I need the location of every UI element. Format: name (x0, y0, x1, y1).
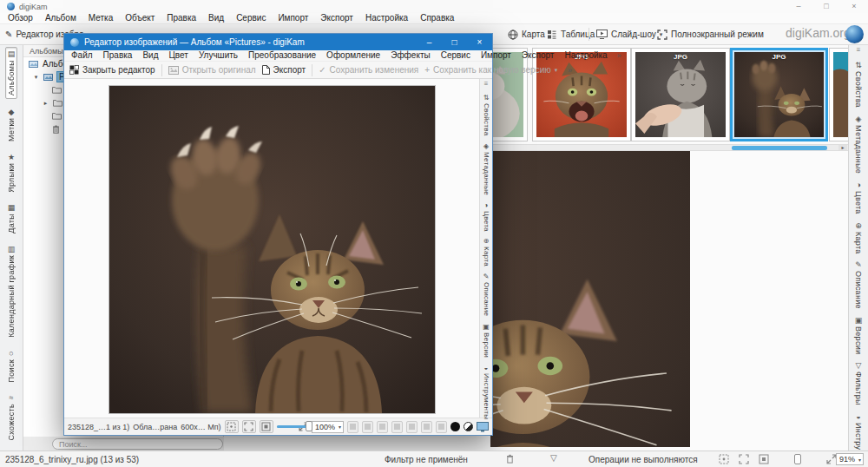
editor-tab-versions[interactable]: ▣Версии (483, 324, 490, 358)
right-tab-filters[interactable]: ▽Фильтры (854, 362, 863, 405)
history-button-4[interactable] (391, 421, 403, 433)
color-managed-view-button[interactable] (477, 422, 489, 432)
history-button-6[interactable] (421, 421, 432, 433)
underexposure-indicator-icon[interactable] (450, 422, 460, 431)
editor-menu-decorate[interactable]: Оформление (321, 50, 385, 61)
slideshow-button[interactable]: Слайд-шоу ▾ (596, 24, 662, 44)
menu-help[interactable]: Справка (414, 13, 460, 23)
table-view-button[interactable]: Таблица (547, 24, 595, 44)
editor-menu-tools[interactable]: Сервис (436, 50, 476, 61)
editor-tab-properties[interactable]: ⇅Свойства (483, 95, 490, 136)
menu-view[interactable]: Вид (202, 13, 230, 23)
thumbnail-cell-red-cat[interactable]: JPG (532, 48, 631, 141)
filter-funnel-icon[interactable]: ▽ (550, 453, 557, 463)
preview-image[interactable] (490, 151, 690, 447)
similarity-icon: ≈ (10, 394, 14, 402)
editor-zoom-dropdown[interactable]: 100% ▾ (312, 421, 344, 433)
scrollbar-thumb[interactable] (732, 146, 827, 150)
right-tab-caption[interactable]: ✎Описание (854, 261, 863, 309)
select-none-button[interactable] (225, 420, 239, 433)
expander-closed-icon[interactable]: ▸ (42, 100, 49, 107)
editor-menu-color[interactable]: Цвет (163, 50, 193, 61)
history-button-7[interactable] (436, 421, 447, 433)
close-button[interactable]: × (840, 0, 868, 13)
overexposure-indicator-icon[interactable] (464, 422, 473, 431)
editor-menu-effects[interactable]: Эффекты (385, 50, 435, 61)
save-new-version-button[interactable]: + Сохранить как новую версию ▾ (424, 65, 557, 75)
editor-menu-export[interactable]: Экспорт (516, 50, 560, 61)
close-button[interactable]: × (467, 34, 492, 50)
chevron-down-icon: ▾ (555, 67, 558, 74)
zoom-fit-select-icon[interactable] (719, 454, 729, 464)
sidebar-handle-icon[interactable]: ≡ (857, 47, 861, 54)
map-view-button[interactable]: Карта (508, 24, 545, 44)
menu-edit[interactable]: Правка (161, 13, 202, 23)
thumbnail-cell-selected-paw-cat[interactable]: JPG (730, 48, 828, 141)
menu-settings[interactable]: Настройка (359, 13, 414, 23)
zoom-slider-knob[interactable] (794, 454, 801, 464)
sidebar-tab-tags[interactable]: ◆Метки (6, 106, 16, 144)
history-button-2[interactable] (362, 421, 373, 433)
menu-album[interactable]: Альбом (39, 13, 82, 23)
editor-tab-tools[interactable]: ◒Инструменты (483, 365, 490, 419)
editor-zoom-slider[interactable] (277, 425, 295, 428)
sidebar-tab-similarity[interactable]: ≈Схожесть (6, 391, 16, 444)
editor-menu-edit[interactable]: Правка (98, 50, 138, 61)
editor-zoom-knob[interactable] (306, 421, 312, 431)
menu-export[interactable]: Экспорт (314, 13, 359, 23)
history-button-1[interactable] (347, 421, 358, 433)
zoom-100-icon[interactable] (759, 454, 769, 464)
menu-tools[interactable]: Сервис (230, 13, 272, 23)
history-button-5[interactable] (406, 421, 418, 433)
editor-menu-import[interactable]: Импорт (476, 50, 516, 61)
fit-selection-button[interactable] (260, 420, 273, 433)
editor-menu-file[interactable]: Файл (66, 50, 98, 61)
history-button-3[interactable] (377, 421, 388, 433)
minimize-button[interactable]: – (417, 34, 442, 50)
menu-browse[interactable]: Обзор (2, 13, 39, 23)
export-button[interactable]: Экспорт (262, 65, 306, 75)
sidebar-tab-dates[interactable]: ▦Даты (6, 201, 16, 236)
editor-tab-metadata[interactable]: ◈Метаданные (483, 143, 490, 195)
fit-window-icon[interactable] (739, 454, 749, 464)
maximize-button[interactable]: □ (812, 0, 840, 13)
editor-tab-colors[interactable]: ◑Цвета (483, 202, 490, 232)
maximize-button[interactable]: □ (442, 34, 467, 50)
editor-menu-settings[interactable]: Настройка (559, 50, 612, 61)
fit-window-button[interactable] (242, 420, 256, 433)
right-tab-versions[interactable]: ▣Версии (854, 317, 863, 354)
sidebar-handle-icon[interactable]: ≡ (484, 81, 489, 88)
sidebar-tab-labels[interactable]: ★Ярлыки (6, 151, 16, 195)
editor-tab-map[interactable]: ⊕Карта (483, 238, 490, 266)
editor-tab-caption[interactable]: ✎Описание (483, 273, 490, 316)
menu-tag[interactable]: Метка (82, 13, 119, 23)
menu-overflow-icon[interactable]: » (613, 50, 626, 61)
search-input[interactable] (52, 438, 223, 450)
editor-titlebar[interactable]: Редактор изображений — Альбом «Pictures»… (64, 34, 492, 50)
sidebar-tab-search[interactable]: ○Поиск (6, 347, 16, 385)
scroll-right-icon[interactable]: ▸ (838, 145, 847, 150)
editor-menu-view[interactable]: Вид (137, 50, 163, 61)
thumbnail-cell-gray-cat[interactable]: JPG (631, 48, 730, 141)
toolbar-overflow-icon[interactable]: » (563, 65, 576, 76)
save-changes-button[interactable]: ✓ Сохранить изменения (319, 65, 418, 75)
metadata-icon: ◈ (483, 143, 489, 150)
zoom-level-dropdown[interactable]: 91% ▾ (836, 453, 864, 465)
menu-import[interactable]: Импорт (272, 13, 314, 23)
open-original-button[interactable]: Открыть оригинал (168, 65, 256, 75)
editor-menu-transform[interactable]: Преобразование (243, 50, 321, 61)
trash-button[interactable] (506, 454, 514, 464)
editor-menu-enhance[interactable]: Улучшить (194, 50, 243, 61)
expander-open-icon[interactable]: ▾ (32, 74, 40, 81)
right-tab-colors[interactable]: ◑Цвета (854, 181, 863, 214)
menu-item-entry[interactable]: Объект (119, 13, 161, 23)
right-tab-map[interactable]: ⊕Карта (854, 222, 863, 254)
editor-canvas[interactable] (64, 79, 479, 418)
sidebar-tab-timeline[interactable]: ▥Календарный график (6, 243, 16, 340)
right-tab-metadata[interactable]: ◈Метаданные (854, 115, 863, 174)
right-tab-properties[interactable]: ⇅Свойства (854, 62, 863, 108)
minimize-button[interactable]: – (785, 0, 812, 13)
sidebar-tab-albums[interactable]: ▤Альбомы (5, 47, 17, 99)
close-editor-button[interactable]: Закрыть редактор (69, 65, 155, 75)
fullscreen-button[interactable]: Полноэкранный режим (657, 24, 764, 44)
